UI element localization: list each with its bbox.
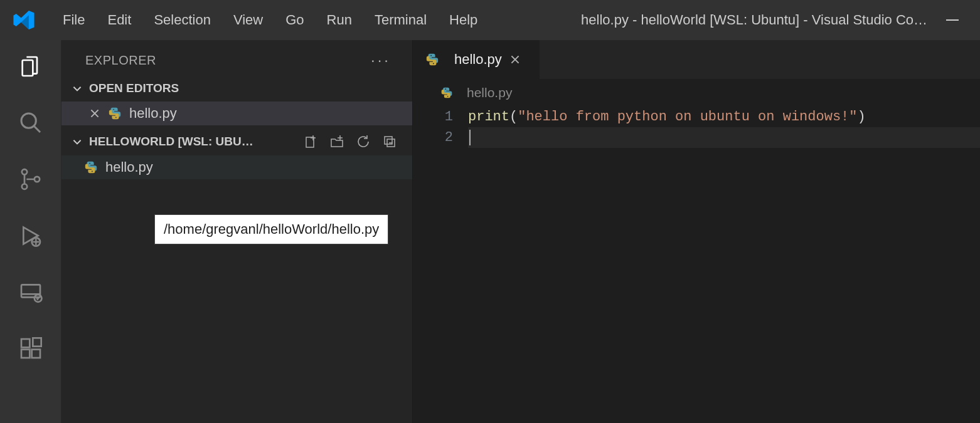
code-line[interactable]: print("hello from python on ubuntu on wi… [468, 107, 980, 127]
breadcrumb[interactable]: hello.py [413, 79, 980, 107]
svg-point-4 [34, 177, 39, 182]
svg-rect-14 [33, 338, 41, 346]
open-editors-label: OPEN EDITORS [89, 81, 406, 95]
svg-point-3 [21, 184, 26, 189]
code-lines[interactable]: print("hello from python on ubuntu on wi… [468, 107, 980, 148]
line-number: 1 [413, 107, 453, 127]
menu-selection[interactable]: Selection [142, 12, 222, 28]
menu-help[interactable]: Help [438, 12, 489, 28]
tab-bar: hello.py [413, 40, 980, 79]
menu-file[interactable]: File [51, 12, 96, 28]
svg-point-2 [21, 169, 26, 174]
file-tree-item[interactable]: hello.py [61, 155, 412, 179]
window-title: hello.py - helloWorld [WSL: Ubuntu] - Vi… [489, 12, 946, 28]
close-icon[interactable] [509, 54, 521, 65]
explorer-icon[interactable] [18, 54, 43, 79]
chevron-down-icon [72, 136, 83, 147]
breadcrumb-label: hello.py [467, 85, 512, 100]
more-actions-icon[interactable]: ··· [371, 51, 397, 69]
menu-edit[interactable]: Edit [96, 12, 142, 28]
open-editor-item[interactable]: hello.py [61, 102, 412, 125]
folder-name-label: HELLOWORLD [WSL: UBU… [89, 135, 303, 149]
path-tooltip: /home/gregvanl/helloWorld/hello.py [154, 214, 388, 244]
search-icon[interactable] [18, 110, 43, 135]
code-line[interactable] [468, 127, 980, 148]
python-icon [440, 86, 453, 99]
svg-line-1 [34, 126, 40, 132]
folder-header[interactable]: HELLOWORLD [WSL: UBU… [61, 125, 412, 155]
source-control-icon[interactable] [18, 167, 43, 192]
python-icon [425, 53, 439, 66]
python-icon [84, 160, 98, 174]
new-file-icon[interactable] [303, 134, 318, 149]
editor-area: hello.py hello.py 1 2 print("hello from … [413, 40, 980, 423]
menu-terminal[interactable]: Terminal [363, 12, 438, 28]
svg-rect-11 [21, 339, 29, 347]
file-tree-filename: hello.py [105, 159, 153, 175]
svg-rect-13 [31, 350, 40, 358]
editor-tab[interactable]: hello.py [413, 40, 540, 79]
svg-point-0 [21, 113, 36, 128]
main-menu: File Edit Selection View Go Run Terminal… [51, 12, 489, 28]
refresh-icon[interactable] [356, 134, 371, 149]
menu-go[interactable]: Go [274, 12, 315, 28]
tab-label: hello.py [454, 51, 502, 68]
run-debug-icon[interactable] [18, 223, 43, 248]
remote-icon[interactable] [18, 279, 43, 305]
sidebar-title: EXPLORER [85, 53, 156, 68]
title-bar: File Edit Selection View Go Run Terminal… [0, 0, 980, 40]
menu-run[interactable]: Run [316, 12, 363, 28]
text-cursor [469, 130, 471, 145]
close-icon[interactable] [89, 108, 100, 119]
menu-view[interactable]: View [222, 12, 274, 28]
code-editor[interactable]: 1 2 print("hello from python on ubuntu o… [413, 107, 980, 148]
open-editors-header[interactable]: OPEN EDITORS [61, 73, 412, 102]
activity-bar [0, 40, 61, 423]
line-number: 2 [413, 127, 453, 148]
collapse-all-icon[interactable] [382, 134, 397, 149]
open-editor-filename: hello.py [129, 105, 177, 122]
svg-rect-12 [21, 350, 29, 358]
extensions-icon[interactable] [18, 336, 43, 361]
python-icon [108, 107, 122, 120]
minimize-icon[interactable] [946, 19, 959, 21]
new-folder-icon[interactable] [329, 134, 344, 149]
line-gutter: 1 2 [413, 107, 468, 148]
chevron-down-icon [72, 83, 83, 94]
vscode-logo-icon [13, 9, 35, 31]
svg-rect-17 [306, 137, 314, 147]
